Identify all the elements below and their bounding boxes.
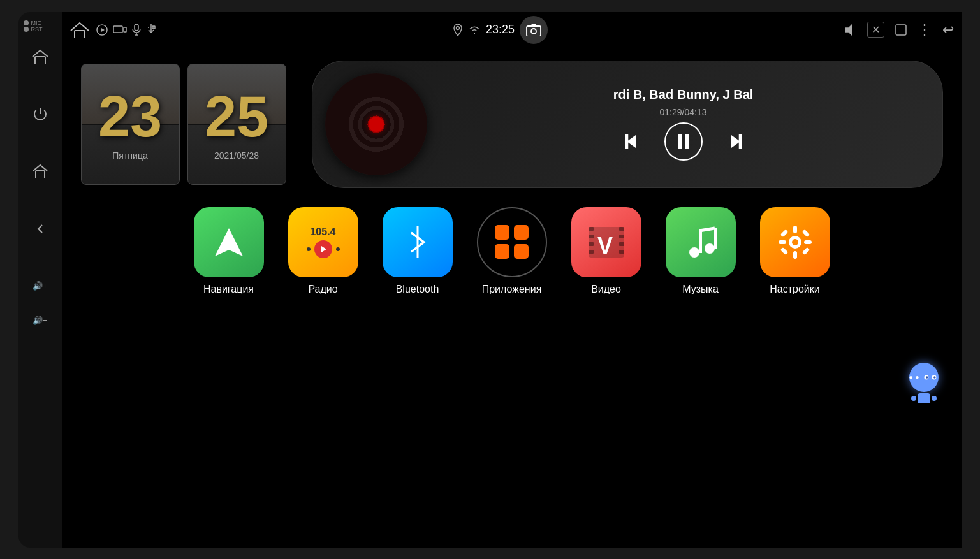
navigation-icon xyxy=(194,207,264,277)
rst-label: RST xyxy=(24,26,43,33)
svg-marker-29 xyxy=(321,246,326,252)
svg-line-44 xyxy=(699,228,715,231)
clock-hour-tile: 23 Пятница xyxy=(81,64,180,185)
prev-button[interactable] xyxy=(625,133,647,150)
svg-rect-21 xyxy=(685,134,689,149)
video-symbol: V xyxy=(586,222,627,263)
app-video[interactable]: V Видео xyxy=(571,207,641,295)
radio-dot1 xyxy=(307,247,311,251)
radio-controls xyxy=(307,240,340,258)
svg-rect-31 xyxy=(589,227,594,231)
device-frame: MIC RST xyxy=(18,12,962,548)
home-button[interactable] xyxy=(27,159,53,184)
power-button[interactable] xyxy=(27,101,53,127)
svg-rect-49 xyxy=(779,240,786,244)
clock-hour: 23 xyxy=(98,88,162,145)
svg-rect-19 xyxy=(625,135,627,148)
radio-label: Радио xyxy=(308,284,337,295)
radio-circle xyxy=(314,240,332,258)
status-right: ✕ ⋮ ↩ xyxy=(844,22,954,38)
close-button[interactable]: ✕ xyxy=(867,22,884,38)
prev-icon xyxy=(625,133,647,150)
pause-icon xyxy=(676,133,691,150)
next-button[interactable] xyxy=(720,133,742,150)
status-icons-group xyxy=(96,24,156,36)
svg-rect-1 xyxy=(36,171,45,178)
app-bluetooth[interactable]: Bluetooth xyxy=(383,207,453,295)
grid-cell-2 xyxy=(514,225,529,240)
pause-button[interactable] xyxy=(664,122,703,161)
svg-rect-17 xyxy=(896,25,906,35)
music-time: 01:29/04:13 xyxy=(660,107,707,117)
status-center: 23:25 xyxy=(453,16,548,44)
svg-point-27 xyxy=(933,376,935,378)
ai-head xyxy=(909,363,939,392)
usb-icon xyxy=(146,24,156,36)
svg-point-13 xyxy=(456,26,459,29)
ai-body xyxy=(918,393,930,403)
microphone-icon xyxy=(132,24,141,36)
sidebar-home-icon xyxy=(27,44,53,69)
music-controls xyxy=(625,122,742,161)
camera-button[interactable] xyxy=(520,16,548,44)
svg-rect-36 xyxy=(619,235,624,238)
svg-rect-20 xyxy=(678,134,682,149)
app-music[interactable]: Музыка xyxy=(666,207,736,295)
svg-point-40 xyxy=(689,247,699,258)
svg-rect-38 xyxy=(619,250,624,254)
vinyl-record xyxy=(325,73,427,175)
settings-symbol xyxy=(776,223,814,261)
svg-point-46 xyxy=(792,239,798,245)
rst-dot xyxy=(24,27,29,32)
bluetooth-label: Bluetooth xyxy=(396,284,439,295)
status-home-icon xyxy=(69,22,90,38)
svg-rect-34 xyxy=(589,250,594,254)
settings-label: Настройки xyxy=(770,284,819,295)
rst-text: RST xyxy=(31,26,43,33)
svg-rect-0 xyxy=(35,57,45,64)
mic-text: MIC xyxy=(31,20,42,26)
video-label: Видео xyxy=(591,284,621,295)
navigation-label: Навигация xyxy=(203,284,254,295)
clock-date-label: 2021/05/28 xyxy=(214,150,259,161)
radio-play-icon xyxy=(319,245,328,254)
apps-label: Приложения xyxy=(482,284,542,295)
status-back-button[interactable]: ↩ xyxy=(942,22,954,38)
svg-marker-16 xyxy=(845,25,852,35)
clock-day-label: Пятница xyxy=(112,150,147,161)
left-sidebar: MIC RST xyxy=(18,12,62,548)
volume-up-button[interactable]: 🔊+ xyxy=(27,273,53,299)
music-label: Музыка xyxy=(682,284,719,295)
bluetooth-icon xyxy=(383,207,453,277)
mic-dot xyxy=(24,20,29,25)
ai-assistant-button[interactable] xyxy=(905,363,943,407)
back-button[interactable] xyxy=(27,216,53,242)
svg-point-15 xyxy=(531,29,536,34)
svg-rect-33 xyxy=(589,242,594,246)
music-symbol xyxy=(683,224,719,260)
ai-eyes xyxy=(922,371,939,384)
more-options-button[interactable]: ⋮ xyxy=(918,22,932,38)
window-icon xyxy=(895,24,907,36)
apps-row: Навигация 105.4 xyxy=(62,201,962,308)
widgets-row: 23 Пятница 25 2021/05/28 rdi B, Bad Bunn… xyxy=(62,48,962,201)
svg-rect-32 xyxy=(589,235,594,238)
svg-rect-51 xyxy=(780,229,788,237)
app-settings[interactable]: Настройки xyxy=(760,207,830,295)
app-apps[interactable]: Приложения xyxy=(477,207,547,295)
app-radio[interactable]: 105.4 Рад xyxy=(288,207,358,295)
mic-label: MIC xyxy=(24,20,42,26)
camera-icon xyxy=(526,24,541,36)
radio-freq: 105.4 xyxy=(310,226,335,238)
wifi-icon xyxy=(468,25,481,35)
play-icon xyxy=(96,24,108,36)
svg-point-41 xyxy=(705,243,715,254)
music-title: rdi B, Bad Bunny, J Bal xyxy=(613,87,754,102)
svg-rect-52 xyxy=(801,229,810,237)
svg-rect-37 xyxy=(619,242,624,246)
svg-marker-28 xyxy=(215,228,243,256)
app-navigation[interactable]: Навигация xyxy=(194,207,264,295)
grid-cell-4 xyxy=(514,244,529,259)
svg-marker-4 xyxy=(101,27,105,32)
volume-down-button[interactable]: 🔊− xyxy=(27,308,53,333)
